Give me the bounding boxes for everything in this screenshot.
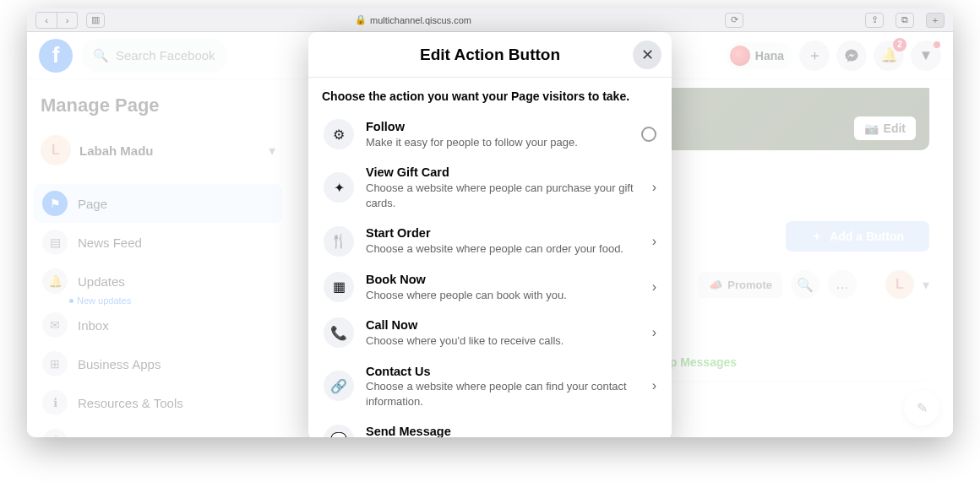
- gear-icon: ⚙: [324, 119, 354, 149]
- edit-cover-button[interactable]: 📷 Edit: [854, 116, 916, 140]
- option-title: Call Now: [366, 317, 640, 333]
- edit-label: Edit: [884, 122, 906, 135]
- search-page-button[interactable]: 🔍: [791, 270, 819, 299]
- chevron-down-icon: ▾: [269, 143, 275, 159]
- avatar: [730, 46, 750, 66]
- page-avatar: L: [41, 135, 71, 165]
- action-option-send-message[interactable]: 💬Send MessageReceive messages in your Pa…: [322, 416, 658, 437]
- notif-button[interactable]: 🔔 2: [874, 41, 904, 71]
- sidebar-item-news-feed[interactable]: ▤News Feed: [34, 223, 282, 262]
- option-desc: Make it easy for people to follow your p…: [366, 135, 629, 150]
- plus-icon: ＋: [811, 229, 823, 244]
- left-sidebar: Manage Page L Labah Madu ▾ ⚑Page▤News Fe…: [27, 79, 289, 437]
- apps-icon: ⊞: [42, 351, 68, 376]
- compose-fab[interactable]: ✎: [904, 390, 939, 425]
- page-name: Labah Madu: [79, 144, 260, 158]
- search-icon: 🔍: [93, 48, 109, 63]
- option-title: Book Now: [366, 272, 640, 288]
- option-desc: Choose where people can book with you.: [366, 288, 640, 303]
- action-option-contact-us[interactable]: 🔗Contact UsChoose a website where people…: [322, 356, 658, 417]
- action-option-follow[interactable]: ⚙FollowMake it easy for people to follow…: [322, 111, 658, 157]
- add-button[interactable]: ＋ Add a Button: [786, 221, 929, 252]
- url-text: multichannel.qiscus.com: [370, 15, 471, 25]
- lock-icon: 🔒: [355, 14, 367, 25]
- page-title: Manage Page: [34, 91, 282, 128]
- facebook-logo[interactable]: f: [39, 39, 73, 73]
- sidebar-item-resources-&-tools[interactable]: ℹResources & Tools: [34, 383, 282, 422]
- chevron-right-icon: ›: [652, 432, 656, 437]
- sidebar-item-label: News Feed: [78, 236, 142, 250]
- chevron-right-icon: ›: [652, 180, 656, 195]
- chevron-right-icon: ›: [652, 234, 656, 249]
- action-option-start-order[interactable]: 🍴Start OrderChoose a website where peopl…: [322, 218, 658, 263]
- forward-button[interactable]: ›: [57, 13, 77, 28]
- sidebar-item-label: Inbox: [78, 318, 109, 333]
- sidebar-item-label: Updates: [78, 274, 125, 289]
- sidebar-item-label: Page: [78, 197, 107, 211]
- modal-subtitle: Choose the action you want your Page vis…: [322, 89, 658, 103]
- page-switcher[interactable]: L Labah Madu ▾: [34, 128, 282, 172]
- option-desc: Choose a website where people can purcha…: [366, 181, 640, 210]
- messenger-icon: [844, 48, 859, 63]
- add-button-label: Add a Button: [830, 230, 904, 243]
- action-option-book-now[interactable]: ▦Book NowChoose where people can book wi…: [322, 264, 658, 310]
- tabs-button[interactable]: ⧉: [896, 13, 914, 28]
- camera-icon: 📷: [864, 122, 879, 135]
- user-name: Hana: [755, 49, 784, 62]
- bell-icon: 🔔: [42, 429, 68, 437]
- browser-toolbar: ‹ › ▥ 🔒 multichannel.qiscus.com ⟳ ⇪ ⧉ +: [27, 8, 953, 32]
- option-desc: Choose a website where people can find y…: [366, 379, 640, 409]
- sidebar-sublabel: New updates: [69, 295, 282, 306]
- sidebar-item-label: Business Apps: [78, 357, 161, 371]
- option-desc: Choose where you'd like to receive calls…: [366, 333, 640, 349]
- search-input[interactable]: 🔍 Search Facebook: [81, 39, 227, 73]
- flag-icon: ⚑: [42, 191, 68, 216]
- option-desc: Choose a website where people can order …: [366, 241, 640, 257]
- chevron-right-icon: ›: [652, 279, 656, 295]
- chevron-down-icon: ▾: [923, 277, 929, 293]
- info-icon: ℹ: [42, 390, 68, 415]
- option-title: View Gift Card: [366, 165, 640, 181]
- sidebar-item-business-apps[interactable]: ⊞Business Apps: [34, 344, 282, 383]
- phone-icon: 📞: [324, 317, 354, 348]
- gift-icon: ✦: [324, 172, 354, 203]
- sidebar-item-inbox[interactable]: ✉Inbox: [34, 306, 282, 344]
- chevron-right-icon: ›: [652, 378, 656, 393]
- sidebar-item-notifications[interactable]: 🔔Notifications: [34, 422, 282, 437]
- profile-switch[interactable]: L: [885, 270, 914, 299]
- option-title: Follow: [366, 119, 629, 135]
- sidebar-toggle[interactable]: ▥: [86, 13, 105, 28]
- promote-pill-label: Promote: [727, 279, 772, 291]
- link-icon: 🔗: [324, 371, 354, 401]
- account-menu-button[interactable]: ▼: [911, 41, 941, 71]
- search-placeholder: Search Facebook: [116, 48, 215, 62]
- back-button[interactable]: ‹: [36, 13, 57, 28]
- address-bar[interactable]: 🔒 multichannel.qiscus.com: [355, 14, 471, 25]
- notif-badge: 2: [893, 38, 906, 51]
- promote-pill[interactable]: 📣 Promote: [699, 272, 782, 298]
- msg-icon: 💬: [324, 425, 354, 437]
- sidebar-item-page[interactable]: ⚑Page: [34, 184, 282, 223]
- nav-arrows: ‹ ›: [35, 12, 78, 29]
- chevron-right-icon: ›: [652, 325, 656, 340]
- messenger-button[interactable]: [836, 41, 867, 71]
- feed-icon: ▤: [42, 230, 68, 255]
- sidebar-item-label: Notifications: [78, 435, 147, 438]
- share-button[interactable]: ⇪: [865, 13, 884, 28]
- action-option-view-gift-card[interactable]: ✦View Gift CardChoose a website where pe…: [322, 157, 658, 218]
- radio-icon: [641, 127, 656, 142]
- reload-button[interactable]: ⟳: [725, 13, 743, 28]
- close-icon: ✕: [641, 46, 654, 64]
- action-option-call-now[interactable]: 📞Call NowChoose where you'd like to rece…: [322, 310, 658, 355]
- megaphone-icon: 📣: [709, 279, 722, 291]
- option-title: Contact Us: [366, 364, 640, 380]
- more-button[interactable]: …: [828, 270, 857, 299]
- food-icon: 🍴: [324, 226, 354, 257]
- option-title: Start Order: [366, 225, 640, 241]
- modal-title: Edit Action Button: [420, 46, 560, 64]
- inbox-icon: ✉: [42, 312, 68, 338]
- new-tab-button[interactable]: +: [926, 13, 945, 28]
- create-button[interactable]: ＋: [799, 41, 830, 71]
- user-chip[interactable]: Hana: [727, 42, 792, 69]
- close-button[interactable]: ✕: [633, 41, 662, 69]
